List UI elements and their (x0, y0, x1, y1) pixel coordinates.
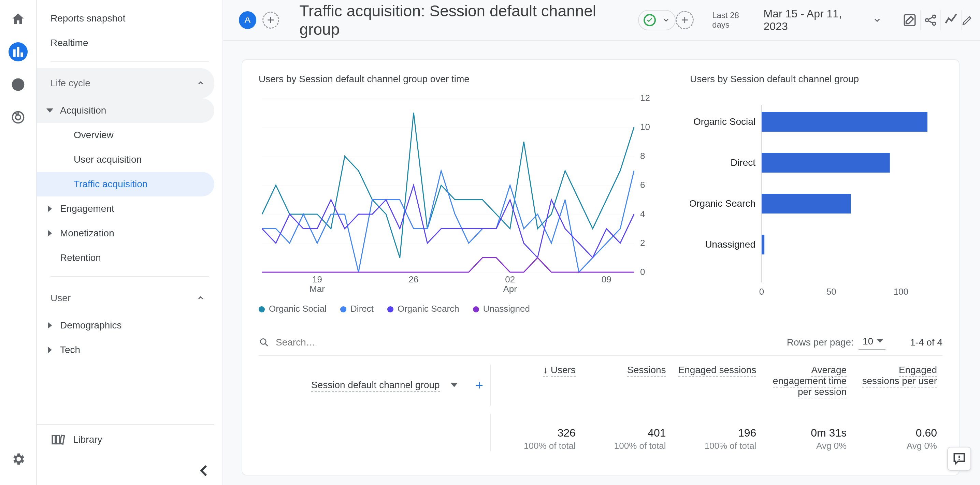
divider (51, 61, 209, 62)
home-icon[interactable] (8, 10, 28, 29)
label: Demographics (60, 320, 122, 331)
nav-demographics[interactable]: Demographics (37, 313, 214, 338)
col-sessions[interactable]: Sessions (587, 364, 666, 375)
caret-right-icon (48, 230, 52, 237)
nav-monetization[interactable]: Monetization (37, 221, 214, 246)
rows-per-page-select[interactable]: 10 (859, 335, 886, 350)
svg-text:Organic Search: Organic Search (690, 198, 756, 209)
legend-item[interactable]: Organic Search (387, 304, 459, 314)
chevron-down-icon[interactable] (451, 383, 458, 387)
caret-right-icon (48, 347, 52, 353)
total-users: 326 (496, 427, 576, 439)
explore-icon[interactable] (8, 75, 28, 94)
svg-point-42 (260, 339, 266, 344)
svg-rect-3 (52, 436, 55, 444)
bar-chart-title: Users by Session default channel group (690, 74, 942, 84)
svg-text:12: 12 (640, 93, 650, 103)
nav-retention[interactable]: Retention (37, 246, 214, 270)
dimension-header[interactable]: Session default channel group (311, 380, 440, 391)
date-range-picker[interactable]: Last 28 days Mar 15 - Apr 11, 2023 (712, 8, 882, 33)
legend-item[interactable]: Organic Social (259, 304, 326, 314)
svg-text:26: 26 (409, 274, 419, 285)
collapse-sidebar-icon[interactable] (196, 463, 212, 479)
total-sessions: 401 (587, 427, 666, 439)
svg-text:2: 2 (640, 238, 645, 248)
reports-icon[interactable] (8, 42, 28, 61)
col-espu[interactable]: Engaged sessions per user (862, 364, 937, 386)
nav-life-cycle[interactable]: Life cycle (37, 68, 214, 98)
svg-text:4: 4 (640, 209, 645, 219)
feedback-button[interactable] (947, 447, 971, 471)
nav-user-section[interactable]: User (37, 283, 214, 313)
audience-chip[interactable]: A (239, 11, 256, 29)
nav-acq-overview[interactable]: Overview (37, 123, 214, 147)
label: Rows per page: (787, 337, 854, 348)
main: A + Traffic acquisition: Session default… (223, 0, 980, 485)
svg-text:Direct: Direct (730, 157, 756, 168)
col-avg-engagement[interactable]: Average engagement time per session (768, 364, 846, 398)
search-input[interactable] (276, 337, 406, 348)
header-actions (899, 10, 973, 30)
total-avgeng: 0m 31s (767, 427, 846, 439)
svg-text:Organic Social: Organic Social (694, 116, 756, 127)
nav-reports-snapshot[interactable]: Reports snapshot (37, 6, 214, 31)
label: Tech (60, 345, 80, 355)
nav-library[interactable]: Library (37, 424, 214, 454)
bar-chart: Organic SocialDirectOrganic SearchUnassi… (690, 91, 935, 303)
dot-icon (340, 306, 346, 312)
label: Traffic acquisition (74, 179, 147, 190)
date-range: Mar 15 - Apr 11, 2023 (764, 8, 866, 33)
sort-desc-icon: ↓ (543, 364, 548, 377)
svg-rect-36 (762, 194, 851, 213)
nav-traffic-acquisition[interactable]: Traffic acquisition (37, 172, 214, 196)
label: Acquisition (60, 105, 106, 116)
svg-rect-38 (762, 235, 764, 254)
table-totals-row: 326100% of total 401100% of total 196100… (259, 405, 942, 451)
chart-legend: Organic Social Direct Organic Search Una… (259, 304, 690, 314)
status-pill[interactable] (638, 10, 676, 30)
legend-item[interactable]: Unassigned (473, 304, 530, 314)
label: Library (73, 434, 102, 445)
total-engaged: 196 (677, 427, 757, 439)
svg-text:50: 50 (826, 286, 836, 297)
share-icon[interactable] (920, 10, 940, 30)
dot-icon (259, 306, 265, 312)
add-dimension-button[interactable]: + (475, 378, 483, 393)
label: Overview (74, 130, 114, 140)
add-filter-button[interactable]: + (676, 11, 694, 29)
page-title: Traffic acquisition: Session default cha… (300, 2, 632, 38)
rows-per-page[interactable]: Rows per page: 10 (787, 335, 886, 350)
nav-user-acquisition[interactable]: User acquisition (37, 147, 214, 172)
svg-text:0: 0 (759, 286, 764, 297)
nav-realtime[interactable]: Realtime (37, 31, 214, 55)
svg-text:02: 02 (505, 274, 515, 285)
chevron-up-icon (196, 293, 205, 303)
advertising-icon[interactable] (8, 108, 28, 127)
legend-item[interactable]: Direct (340, 304, 374, 314)
sidebar: Reports snapshot Realtime Life cycle Acq… (37, 0, 223, 485)
library-icon (51, 433, 65, 447)
edit-icon[interactable] (961, 10, 973, 30)
admin-icon[interactable] (8, 450, 28, 469)
svg-text:0: 0 (640, 267, 645, 277)
nav-tech[interactable]: Tech (37, 338, 214, 362)
table-toolbar: Rows per page: 10 1-4 of 4 (259, 333, 942, 356)
col-engaged-sessions[interactable]: Engaged sessions (677, 364, 757, 375)
label: Monetization (60, 228, 114, 239)
customize-report-icon[interactable] (899, 10, 920, 30)
svg-rect-5 (60, 435, 65, 444)
label: User (51, 293, 71, 304)
add-comparison-button[interactable]: + (262, 11, 279, 29)
nav-acquisition[interactable]: Acquisition (37, 98, 214, 123)
line-chart: 02468101219Mar2602Apr09 (259, 91, 661, 296)
label: Realtime (51, 38, 88, 48)
nav-engagement[interactable]: Engagement (37, 196, 214, 221)
col-users[interactable]: ↓Users (496, 364, 576, 375)
chevron-down-icon (872, 15, 882, 25)
svg-text:6: 6 (640, 180, 645, 190)
dot-icon (387, 306, 393, 312)
page-header: A + Traffic acquisition: Session default… (223, 0, 980, 41)
svg-point-2 (16, 115, 21, 120)
insights-icon[interactable] (940, 10, 961, 30)
label: Reports snapshot (51, 13, 125, 24)
